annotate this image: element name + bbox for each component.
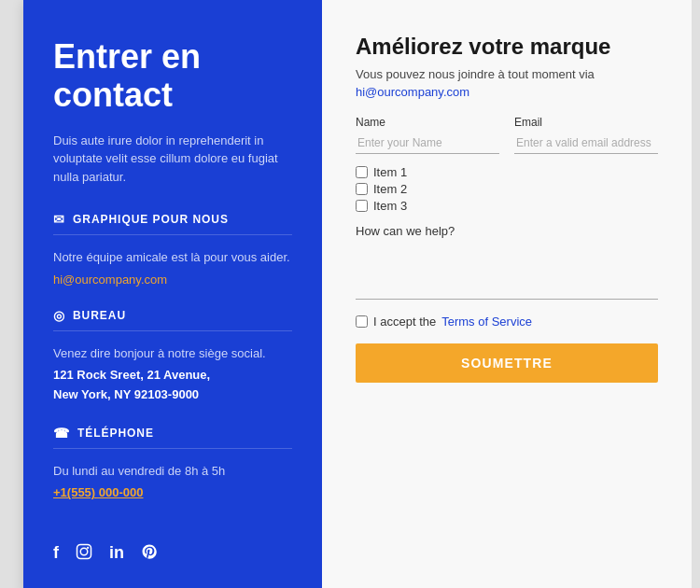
form-group-name: Name [356,116,499,154]
name-label: Name [356,116,499,129]
section-graphique-header: ✉ GRAPHIQUE POUR NOUS [53,212,292,227]
linkedin-link[interactable]: in [109,543,124,565]
terms-prefix: I accept the [373,315,436,329]
divider-bureau [53,330,292,331]
contact-form: Name Email Item 1 Item 2 [356,116,658,383]
telephone-link[interactable]: +1(555) 000-000 [53,485,144,499]
checkbox-3[interactable] [356,200,368,212]
divider-telephone [53,448,292,449]
instagram-link[interactable] [76,543,92,565]
page-container: Entrer en contact Duis aute irure dolor … [23,0,677,588]
section-bureau-title: BUREAU [73,309,126,322]
help-textarea[interactable] [356,244,658,300]
section-bureau-header: ◎ BUREAU [53,308,292,323]
right-panel: Améliorez votre marque Vous pouvez nous … [322,0,692,588]
section-telephone-text: Du lundi au vendredi de 8h à 5h [53,462,292,481]
left-panel: Entrer en contact Duis aute irure dolor … [23,0,322,588]
left-title: Entrer en contact [53,37,292,115]
svg-point-1 [80,549,88,556]
checkbox-item-3[interactable]: Item 3 [356,199,658,213]
facebook-link[interactable]: f [53,543,59,565]
checkbox-1[interactable] [356,166,368,178]
phone-icon: ☎ [53,426,70,441]
section-graphique-title: GRAPHIQUE POUR NOUS [73,213,229,226]
checkbox-item-1[interactable]: Item 1 [356,165,658,179]
terms-checkbox[interactable] [356,315,368,328]
form-row-name-email: Name Email [356,116,658,154]
checkbox-item-2[interactable]: Item 2 [356,182,658,196]
checkbox-3-label: Item 3 [373,199,407,213]
submit-button[interactable]: SOUMETTRE [356,343,658,383]
address-line2: New York, NY 92103-9000 [53,385,292,405]
divider-graphique [53,234,292,235]
terms-link[interactable]: Terms of Service [441,315,532,329]
graphique-email-link[interactable]: hi@ourcompany.com [53,273,167,287]
help-label: How can we help? [356,224,658,238]
svg-point-2 [87,547,89,549]
pinterest-link[interactable] [141,543,158,565]
right-subtitle: Vous pouvez nous joindre à tout moment v… [356,67,658,81]
section-bureau: ◎ BUREAU Venez dire bonjour à notre sièg… [53,308,292,405]
checkbox-2-label: Item 2 [373,182,407,196]
section-graphique: ✉ GRAPHIQUE POUR NOUS Notre équipe amica… [53,212,292,287]
checkbox-2[interactable] [356,183,368,195]
location-icon: ◎ [53,308,65,323]
right-email-link[interactable]: hi@ourcompany.com [356,85,658,99]
section-telephone-header: ☎ TÉLÉPHONE [53,426,292,441]
email-icon: ✉ [53,212,65,227]
right-title: Améliorez votre marque [356,34,658,60]
checkbox-group: Item 1 Item 2 Item 3 [356,165,658,213]
form-group-email: Email [514,116,658,154]
section-telephone: ☎ TÉLÉPHONE Du lundi au vendredi de 8h à… [53,426,292,501]
name-input[interactable] [356,133,499,154]
checkbox-1-label: Item 1 [373,165,407,179]
email-label: Email [514,116,658,129]
svg-rect-0 [77,545,91,559]
section-graphique-text: Notre équipe amicale est là pour vous ai… [53,248,292,267]
section-bureau-text: Venez dire bonjour à notre siège social. [53,344,292,363]
email-input[interactable] [514,133,658,154]
social-bar: f in [53,521,292,565]
left-description: Duis aute irure dolor in reprehenderit i… [53,132,292,187]
section-telephone-title: TÉLÉPHONE [77,427,154,440]
address-line1: 121 Rock Sreet, 21 Avenue, [53,366,292,385]
terms-row: I accept the Terms of Service [356,315,658,329]
